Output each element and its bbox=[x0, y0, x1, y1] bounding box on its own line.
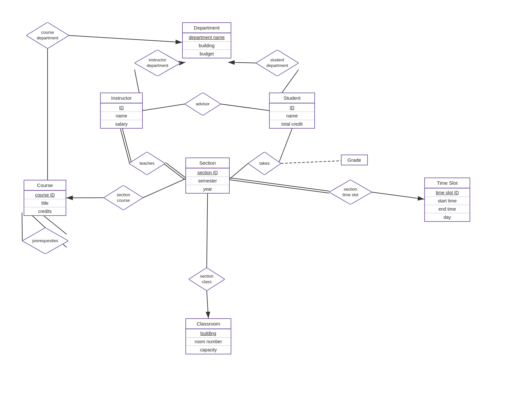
grade-box: Grade bbox=[341, 155, 368, 165]
diamond-section_class-label: section class bbox=[200, 274, 213, 285]
svg-line-1 bbox=[69, 35, 182, 42]
diamond-prerequesites-label: prerequesites bbox=[32, 238, 58, 244]
diamond-prerequesites: prerequesites bbox=[22, 228, 68, 254]
er-diagram-canvas: Departmentdepartment namebuildingbudgetI… bbox=[0, 0, 525, 420]
entity-department: Departmentdepartment namebuildingbudget bbox=[182, 22, 231, 58]
diamond-section_class: section class bbox=[189, 268, 225, 291]
entity-timeslot-title: Time Slot bbox=[425, 178, 470, 188]
svg-line-19 bbox=[230, 180, 329, 193]
entity-classroom: Classroombuildingroom numbercapacity bbox=[185, 318, 231, 354]
entity-classroom-attr-1: room number bbox=[186, 337, 231, 346]
entity-classroom-attr-0: building bbox=[186, 329, 231, 337]
svg-line-12 bbox=[279, 129, 292, 162]
svg-line-18 bbox=[66, 198, 104, 198]
entity-section-attr-1: semester bbox=[186, 177, 229, 185]
svg-line-8 bbox=[120, 129, 130, 164]
diamond-course_dept-label: course department bbox=[37, 30, 58, 41]
svg-line-6 bbox=[228, 62, 256, 63]
diamond-takes: takes bbox=[248, 152, 281, 175]
svg-line-17 bbox=[143, 179, 185, 198]
svg-line-22 bbox=[207, 194, 208, 268]
entity-instructor-attr-0: ID bbox=[101, 103, 142, 112]
svg-line-21 bbox=[372, 192, 424, 200]
diamond-section_timeslot-label: section time slot bbox=[343, 187, 358, 198]
entity-section-attr-0: section ID bbox=[186, 168, 229, 177]
entity-department-attr-1: building bbox=[183, 41, 231, 50]
entity-section-attr-2: year bbox=[186, 185, 229, 193]
entity-course-attr-2: credits bbox=[24, 207, 66, 215]
entity-timeslot-attr-0: time slot ID bbox=[425, 188, 470, 197]
entity-timeslot-attr-3: day bbox=[425, 213, 470, 221]
entity-section: Sectionsection IDsemesteryear bbox=[185, 158, 230, 194]
entity-classroom-attr-2: capacity bbox=[186, 346, 231, 354]
entity-classroom-title: Classroom bbox=[186, 319, 231, 328]
entity-student: StudentIDnametotal credit bbox=[269, 93, 315, 129]
entity-course-attr-0: course ID bbox=[24, 191, 66, 199]
svg-line-16 bbox=[221, 104, 269, 111]
entity-timeslot-attr-2: end time bbox=[425, 205, 470, 213]
entity-student-attr-1: name bbox=[270, 112, 314, 120]
entity-instructor-title: Instructor bbox=[101, 93, 142, 103]
svg-line-14 bbox=[281, 161, 341, 163]
svg-line-15 bbox=[143, 104, 185, 111]
entity-instructor: InstructorIDnamesalary bbox=[100, 93, 143, 129]
svg-line-13 bbox=[230, 163, 248, 179]
entity-department-attr-2: budget bbox=[183, 50, 231, 58]
diamond-advisor: advisor bbox=[185, 93, 221, 116]
diamond-course_dept: course department bbox=[26, 22, 69, 49]
diamond-section_course-label: section course bbox=[116, 192, 130, 203]
diamond-takes-label: takes bbox=[259, 161, 269, 166]
diamond-advisor-label: advisor bbox=[196, 101, 210, 107]
diamond-teaches-label: teaches bbox=[139, 161, 155, 166]
diamond-teaches: teaches bbox=[129, 152, 165, 175]
entity-section-title: Section bbox=[186, 158, 229, 168]
diamond-section_timeslot: section time slot bbox=[329, 180, 372, 204]
diamond-section_course: section course bbox=[104, 185, 143, 210]
svg-line-23 bbox=[207, 291, 208, 318]
entity-course: Coursecourse IDtitlecredits bbox=[24, 180, 66, 216]
svg-line-10 bbox=[164, 164, 185, 179]
entity-instructor-attr-2: salary bbox=[101, 120, 142, 128]
entity-department-title: Department bbox=[183, 23, 231, 32]
entity-course-attr-1: title bbox=[24, 199, 66, 207]
entity-student-attr-2: total credit bbox=[270, 120, 314, 128]
diamond-student_dept: student department bbox=[256, 50, 299, 76]
entity-timeslot-attr-1: start time bbox=[425, 197, 470, 205]
svg-line-4 bbox=[180, 62, 185, 63]
entity-department-attr-0: department name bbox=[183, 33, 231, 41]
diamond-student_dept-label: student department bbox=[266, 57, 288, 69]
diamond-instructor_dept: instructor department bbox=[135, 50, 180, 76]
entity-student-title: Student bbox=[270, 93, 314, 103]
svg-line-20 bbox=[230, 178, 329, 191]
entity-instructor-attr-1: name bbox=[101, 112, 142, 120]
entity-course-title: Course bbox=[24, 180, 66, 190]
entity-timeslot: Time Slottime slot IDstart timeend timed… bbox=[424, 178, 470, 222]
svg-line-11 bbox=[166, 163, 186, 178]
diamond-instructor_dept-label: instructor department bbox=[147, 57, 168, 69]
entity-student-attr-0: ID bbox=[270, 103, 314, 112]
